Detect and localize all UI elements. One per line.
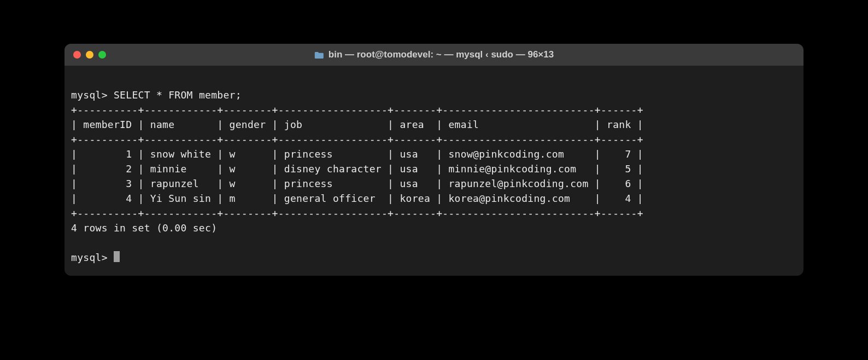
terminal-window: bin — root@tomodevel: ~ — mysql ‹ sudo —…: [64, 44, 804, 276]
cursor: [114, 251, 120, 262]
table-row: | 4 | Yi Sun sin | m | general officer |…: [71, 193, 643, 204]
table-divider: +----------+------------+--------+------…: [71, 104, 643, 115]
table-divider: +----------+------------+--------+------…: [71, 133, 643, 145]
table-header-row: | memberID | name | gender | job | area …: [71, 119, 643, 130]
table-row: | 2 | minnie | w | disney character | us…: [71, 163, 643, 175]
window-title: bin — root@tomodevel: ~ — mysql ‹ sudo —…: [314, 49, 554, 60]
prompt: mysql>: [71, 252, 114, 263]
window-title-text: bin — root@tomodevel: ~ — mysql ‹ sudo —…: [329, 49, 554, 60]
table-divider: +----------+------------+--------+------…: [71, 207, 643, 219]
prompt: mysql>: [71, 89, 114, 101]
folder-icon: [314, 51, 324, 59]
close-button[interactable]: [73, 51, 81, 59]
table-row: | 3 | rapunzel | w | princess | usa | ra…: [71, 178, 643, 189]
minimize-button[interactable]: [86, 51, 93, 59]
traffic-lights: [73, 51, 106, 59]
table-row: | 1 | snow white | w | princess | usa | …: [71, 148, 643, 160]
maximize-button[interactable]: [98, 51, 106, 59]
terminal-body[interactable]: mysql> SELECT * FROM member; +----------…: [64, 66, 804, 276]
sql-command: SELECT * FROM member;: [114, 89, 242, 101]
result-summary: 4 rows in set (0.00 sec): [71, 222, 217, 234]
title-bar: bin — root@tomodevel: ~ — mysql ‹ sudo —…: [64, 44, 804, 66]
